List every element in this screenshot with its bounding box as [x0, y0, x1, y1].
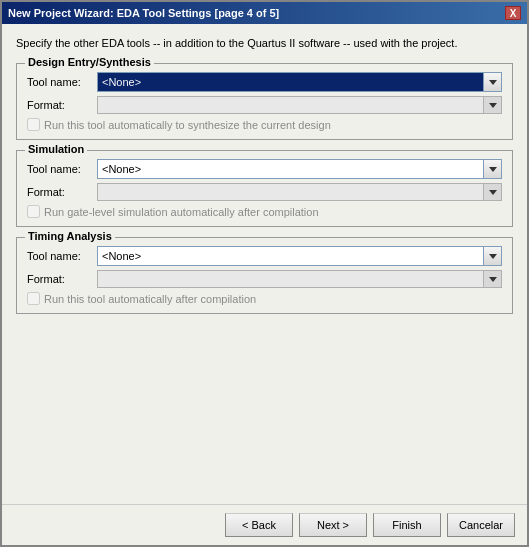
sim-tool-select-wrapper: <None> [97, 159, 502, 179]
cancel-button[interactable]: Cancelar [447, 513, 515, 537]
timing-title: Timing Analysis [25, 230, 115, 242]
design-checkbox-row: Run this tool automatically to synthesiz… [27, 118, 502, 131]
sim-checkbox[interactable] [27, 205, 40, 218]
design-format-select-wrapper [97, 96, 502, 114]
timing-checkbox[interactable] [27, 292, 40, 305]
design-format-select[interactable] [97, 96, 484, 114]
sim-tool-label: Tool name: [27, 163, 97, 175]
sim-tool-select[interactable]: <None> [97, 159, 484, 179]
back-button[interactable]: < Back [225, 513, 293, 537]
sim-format-dropdown-btn[interactable] [484, 183, 502, 201]
main-window: New Project Wizard: EDA Tool Settings [p… [0, 0, 529, 547]
window-title: New Project Wizard: EDA Tool Settings [p… [8, 7, 279, 19]
sim-checkbox-label: Run gate-level simulation automatically … [44, 206, 319, 218]
timing-tool-select-wrapper: <None> [97, 246, 502, 266]
sim-tool-dropdown-arrow [489, 167, 497, 172]
sim-format-row: Format: [27, 183, 502, 201]
title-bar: New Project Wizard: EDA Tool Settings [p… [2, 2, 527, 24]
simulation-group: Simulation Tool name: <None> Format: [16, 150, 513, 227]
timing-group: Timing Analysis Tool name: <None> Format… [16, 237, 513, 314]
content-area: Specify the other EDA tools -- in additi… [2, 24, 527, 504]
design-entry-group: Design Entry/Synthesis Tool name: <None>… [16, 63, 513, 140]
design-checkbox[interactable] [27, 118, 40, 131]
design-format-row: Format: [27, 96, 502, 114]
timing-tool-label: Tool name: [27, 250, 97, 262]
simulation-title: Simulation [25, 143, 87, 155]
design-format-dropdown-arrow [489, 103, 497, 108]
timing-format-select-wrapper [97, 270, 502, 288]
timing-tool-select[interactable]: <None> [97, 246, 484, 266]
design-format-dropdown-btn[interactable] [484, 96, 502, 114]
timing-checkbox-label: Run this tool automatically after compil… [44, 293, 256, 305]
sim-format-label: Format: [27, 186, 97, 198]
design-tool-label: Tool name: [27, 76, 97, 88]
design-tool-dropdown-btn[interactable] [484, 72, 502, 92]
design-checkbox-label: Run this tool automatically to synthesiz… [44, 119, 331, 131]
close-button[interactable]: X [505, 6, 521, 20]
design-format-label: Format: [27, 99, 97, 111]
timing-tool-dropdown-btn[interactable] [484, 246, 502, 266]
description-text: Specify the other EDA tools -- in additi… [16, 36, 513, 51]
timing-checkbox-row: Run this tool automatically after compil… [27, 292, 502, 305]
sim-format-dropdown-arrow [489, 190, 497, 195]
finish-button[interactable]: Finish [373, 513, 441, 537]
sim-format-select-wrapper [97, 183, 502, 201]
timing-format-row: Format: [27, 270, 502, 288]
timing-tool-row: Tool name: <None> [27, 246, 502, 266]
design-tool-select[interactable]: <None> [97, 72, 484, 92]
sim-tool-dropdown-btn[interactable] [484, 159, 502, 179]
timing-tool-dropdown-arrow [489, 254, 497, 259]
button-bar: < Back Next > Finish Cancelar [2, 504, 527, 545]
timing-format-label: Format: [27, 273, 97, 285]
next-button[interactable]: Next > [299, 513, 367, 537]
design-tool-dropdown-arrow [489, 80, 497, 85]
sim-format-select[interactable] [97, 183, 484, 201]
sim-tool-row: Tool name: <None> [27, 159, 502, 179]
design-tool-row: Tool name: <None> [27, 72, 502, 92]
timing-format-dropdown-btn[interactable] [484, 270, 502, 288]
timing-format-select[interactable] [97, 270, 484, 288]
sim-checkbox-row: Run gate-level simulation automatically … [27, 205, 502, 218]
design-tool-select-wrapper: <None> [97, 72, 502, 92]
timing-format-dropdown-arrow [489, 277, 497, 282]
design-entry-title: Design Entry/Synthesis [25, 56, 154, 68]
